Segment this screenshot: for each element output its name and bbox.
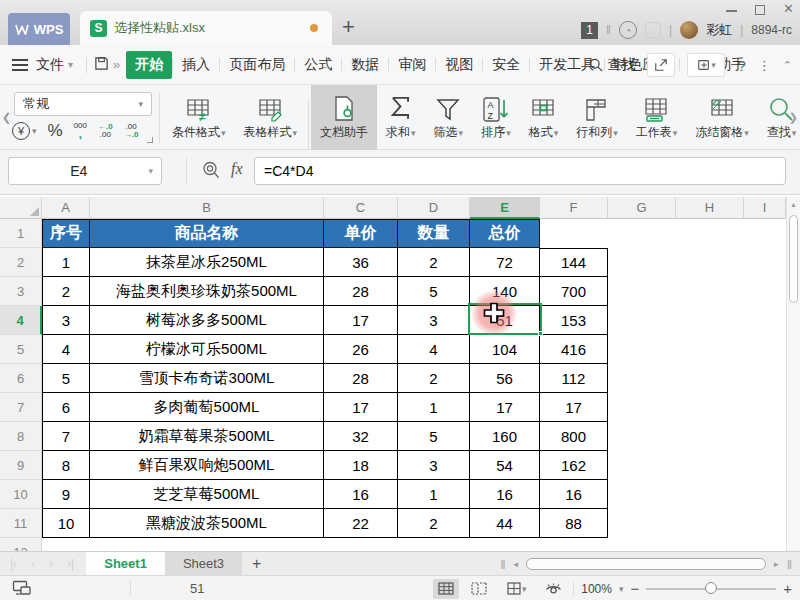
row-header-8[interactable]: 8 xyxy=(0,422,42,451)
cell-G4[interactable] xyxy=(608,306,676,335)
share-button[interactable] xyxy=(647,53,675,77)
cell-F8[interactable]: 800 xyxy=(540,422,608,451)
cell-C3[interactable]: 28 xyxy=(324,277,398,306)
cell-F12[interactable] xyxy=(540,538,608,551)
cell-A7[interactable]: 6 xyxy=(42,393,90,422)
row-header-4[interactable]: 4 xyxy=(0,306,42,335)
cell-B7[interactable]: 多肉葡萄500ML xyxy=(90,393,324,422)
column-header-H[interactable]: H xyxy=(676,197,744,219)
help-button[interactable]: ? xyxy=(737,57,745,74)
menu-tab-页面布局[interactable]: 页面布局 xyxy=(220,51,294,79)
cell-D7[interactable]: 1 xyxy=(398,393,470,422)
new-tab-button[interactable]: + xyxy=(342,14,355,40)
cell-F7[interactable]: 17 xyxy=(540,393,608,422)
save-icon[interactable] xyxy=(94,56,109,74)
cell-F3[interactable]: 700 xyxy=(540,277,608,306)
notification-badge[interactable]: 1 xyxy=(581,22,598,39)
cell-G10[interactable] xyxy=(608,480,676,509)
menu-tab-公式[interactable]: 公式 xyxy=(295,51,341,79)
column-header-B[interactable]: B xyxy=(90,197,324,219)
cell-D9[interactable]: 3 xyxy=(398,451,470,480)
column-header-A[interactable]: A xyxy=(42,197,90,219)
cell-F2[interactable]: 144 xyxy=(540,248,608,277)
cell-E1[interactable]: 总价 xyxy=(470,219,540,248)
cell-E5[interactable]: 104 xyxy=(470,335,540,364)
cell-H2[interactable] xyxy=(676,248,744,277)
column-header-G[interactable]: G xyxy=(608,197,676,219)
add-sheet-button[interactable]: + xyxy=(242,552,271,575)
cell-A5[interactable]: 4 xyxy=(42,335,90,364)
cell-D3[interactable]: 5 xyxy=(398,277,470,306)
cell-E4[interactable]: 51 xyxy=(470,306,540,335)
column-header-F[interactable]: F xyxy=(540,197,608,219)
cell-F11[interactable]: 88 xyxy=(540,509,608,538)
menu-tab-视图[interactable]: 视图 xyxy=(436,51,482,79)
ribbon-button-排序[interactable]: AZ 排序▾ xyxy=(472,85,520,150)
file-chevron-down-icon[interactable]: ▾ xyxy=(68,59,73,70)
percent-format-button[interactable]: % xyxy=(48,121,63,141)
file-menu[interactable]: 文件 xyxy=(36,56,64,74)
horizontal-scroll-thumb[interactable] xyxy=(526,558,766,570)
ribbon-scroll-left-icon[interactable]: ❮ xyxy=(2,111,11,124)
cell-B9[interactable]: 鲜百果双响炮500ML xyxy=(90,451,324,480)
cell-C5[interactable]: 26 xyxy=(324,335,398,364)
cell-A6[interactable]: 5 xyxy=(42,364,90,393)
cell-C12[interactable] xyxy=(324,538,398,551)
cell-C2[interactable]: 36 xyxy=(324,248,398,277)
cell-B12[interactable] xyxy=(90,538,324,551)
sheet-nav-arrow-2[interactable]: › xyxy=(49,557,53,571)
vertical-scrollbar[interactable]: ▲ xyxy=(786,197,800,551)
cell-G12[interactable] xyxy=(608,538,676,551)
scroll-right-icon[interactable]: ▸ xyxy=(774,559,779,569)
cell-G7[interactable] xyxy=(608,393,676,422)
menu-tab-审阅[interactable]: 审阅 xyxy=(389,51,435,79)
cell-D10[interactable]: 1 xyxy=(398,480,470,509)
sheet-nav-arrow-1[interactable]: ‹ xyxy=(31,557,35,571)
cell-A11[interactable]: 10 xyxy=(42,509,90,538)
cell-I5[interactable] xyxy=(744,335,786,364)
cell-D12[interactable] xyxy=(398,538,470,551)
cell-A12[interactable] xyxy=(42,538,90,551)
cell-G1[interactable] xyxy=(608,219,676,248)
cell-E7[interactable]: 17 xyxy=(470,393,540,422)
cell-C10[interactable]: 16 xyxy=(324,480,398,509)
row-header-12[interactable]: 12 xyxy=(0,538,42,551)
cell-A1[interactable]: 序号 xyxy=(42,219,90,248)
row-header-7[interactable]: 7 xyxy=(0,393,42,422)
cell-D6[interactable]: 2 xyxy=(398,364,470,393)
cell-H3[interactable] xyxy=(676,277,744,306)
thousands-separator-button[interactable]: 000 , xyxy=(74,122,87,140)
cell-H10[interactable] xyxy=(676,480,744,509)
select-all-corner[interactable] xyxy=(0,197,42,219)
cell-B3[interactable]: 海盐奥利奥珍珠奶茶500ML xyxy=(90,277,324,306)
cell-A4[interactable]: 3 xyxy=(42,306,90,335)
cell-C6[interactable]: 28 xyxy=(324,364,398,393)
cell-B6[interactable]: 雪顶卡布奇诺300ML xyxy=(90,364,324,393)
cell-C7[interactable]: 17 xyxy=(324,393,398,422)
ribbon-button-行和列[interactable]: 行和列▾ xyxy=(567,85,627,150)
record-status-icon[interactable]: ◔ xyxy=(619,21,637,39)
row-header-6[interactable]: 6 xyxy=(0,364,42,393)
sheet-nav-arrow-0[interactable]: |‹ xyxy=(10,557,17,571)
row-header-11[interactable]: 11 xyxy=(0,509,42,538)
currency-format-button[interactable]: ¥ ▾ xyxy=(12,122,37,140)
sheet-nav-arrow-3[interactable]: ›| xyxy=(67,557,74,571)
increase-decimal-button[interactable]: ←.0 .00 xyxy=(98,123,113,139)
cell-A3[interactable]: 2 xyxy=(42,277,90,306)
scroll-left-icon[interactable]: ◂ xyxy=(514,559,519,569)
sheet-tab-Sheet3[interactable]: Sheet3 xyxy=(165,552,242,575)
cell-F4[interactable]: 153 xyxy=(540,306,608,335)
normal-view-button[interactable] xyxy=(433,579,459,599)
ribbon-scroll-right-icon[interactable]: ❯ xyxy=(789,111,798,124)
screen-record-icon[interactable] xyxy=(12,580,32,599)
cell-C11[interactable]: 22 xyxy=(324,509,398,538)
reading-view-button[interactable] xyxy=(540,579,566,599)
new-window-button[interactable]: ▾ xyxy=(687,53,725,77)
cell-F9[interactable]: 162 xyxy=(540,451,608,480)
cell-I9[interactable] xyxy=(744,451,786,480)
cell-A9[interactable]: 8 xyxy=(42,451,90,480)
maximize-button[interactable] xyxy=(755,5,765,15)
cell-E9[interactable]: 54 xyxy=(470,451,540,480)
minimize-button[interactable] xyxy=(726,10,737,12)
cell-B5[interactable]: 柠檬冰可乐500ML xyxy=(90,335,324,364)
